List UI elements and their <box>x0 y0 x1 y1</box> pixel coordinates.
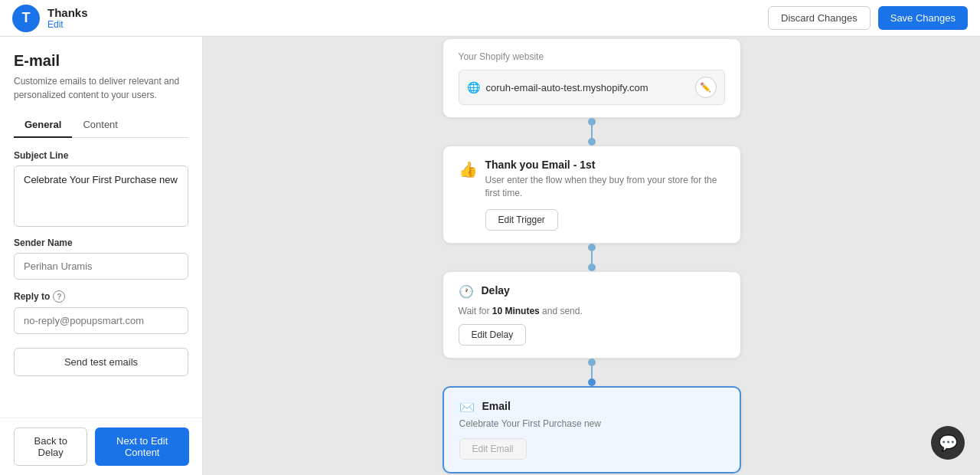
trigger-info: Thank you Email - 1st User enter the flo… <box>485 159 725 231</box>
globe-icon: 🌐 <box>467 81 480 93</box>
connector-line-3 <box>591 366 593 378</box>
connector-dot-bottom-2 <box>588 264 596 271</box>
bottom-bar: Back to Delay Next to Edit Content <box>0 418 203 475</box>
envelope-icon: ✉️ <box>459 400 475 414</box>
connector-line-1 <box>591 126 593 138</box>
next-to-edit-content-button[interactable]: Next to Edit Content <box>95 428 189 466</box>
website-url-row: 🌐 coruh-email-auto-test.myshopify.com ✏️ <box>459 70 725 105</box>
delay-card: 🕐 Delay Wait for 10 Minutes and send. Ed… <box>443 271 741 359</box>
delay-suffix: and send. <box>540 306 583 316</box>
right-panel: Your Shopify website 🌐 coruh-email-auto-… <box>203 37 980 475</box>
panel-description: Customize emails to deliver relevant and… <box>14 74 188 102</box>
delay-title: Delay <box>482 284 510 296</box>
connector-dot-top-2 <box>588 244 596 251</box>
website-url: coruh-email-auto-test.myshopify.com <box>486 82 689 93</box>
delay-desc: Wait for 10 Minutes and send. <box>459 306 725 316</box>
header-left: T Thanks Edit <box>12 5 88 32</box>
flow-container: Your Shopify website 🌐 coruh-email-auto-… <box>443 38 741 473</box>
tab-content[interactable]: Content <box>72 114 129 138</box>
delay-row: 🕐 Delay <box>459 284 725 300</box>
sender-name-label: Sender Name <box>14 238 188 248</box>
edit-email-button: Edit Email <box>459 438 527 460</box>
email-card: ✉️ Email Celebrate Your First Purchase n… <box>443 386 741 473</box>
reply-to-help-icon[interactable]: ? <box>53 290 65 303</box>
clock-icon: 🕐 <box>459 284 474 299</box>
sender-name-input[interactable] <box>14 253 188 280</box>
edit-trigger-button[interactable]: Edit Trigger <box>485 209 558 231</box>
back-to-delay-button[interactable]: Back to Delay <box>14 428 87 466</box>
connector-2 <box>588 244 596 271</box>
app-title: Thanks <box>47 6 88 19</box>
website-card: Your Shopify website 🌐 coruh-email-auto-… <box>443 38 741 118</box>
trigger-row: 👍 Thank you Email - 1st User enter the f… <box>459 159 725 231</box>
header-actions: Discard Changes Save Changes <box>768 6 968 30</box>
discard-changes-button[interactable]: Discard Changes <box>768 6 871 30</box>
save-changes-button[interactable]: Save Changes <box>878 6 968 30</box>
connector-dot-bottom-3 <box>588 378 596 386</box>
edit-delay-button[interactable]: Edit Delay <box>459 324 527 346</box>
connector-dot-bottom-1 <box>588 138 596 146</box>
app-subtitle[interactable]: Edit <box>47 19 88 30</box>
connector-dot-top-1 <box>588 118 596 126</box>
website-label: Your Shopify website <box>459 51 725 62</box>
reply-to-input[interactable] <box>14 307 188 334</box>
tabs: General Content <box>14 114 188 138</box>
email-title: Email <box>482 400 511 412</box>
reply-to-label: Reply to ? <box>14 290 188 303</box>
trigger-title: Thank you Email - 1st <box>485 159 725 171</box>
email-row: ✉️ Email <box>459 400 724 415</box>
connector-1 <box>588 118 596 146</box>
subject-line-input[interactable]: Celebrate Your First Purchase new <box>14 165 188 227</box>
delay-amount: 10 Minutes <box>492 306 540 316</box>
app-logo: T <box>12 5 40 32</box>
delay-prefix: Wait for <box>459 306 492 316</box>
chat-bubble-button[interactable]: 💬 <box>931 426 965 460</box>
connector-line-2 <box>591 251 593 264</box>
connector-dot-top-3 <box>588 359 596 366</box>
tab-general[interactable]: General <box>14 114 72 138</box>
trigger-desc: User enter the flow when they buy from y… <box>485 174 725 200</box>
top-header: T Thanks Edit Discard Changes Save Chang… <box>0 0 980 37</box>
panel-title: E-mail <box>14 52 188 70</box>
left-panel: E-mail Customize emails to deliver relev… <box>0 37 203 475</box>
subject-line-label: Subject Line <box>14 150 188 161</box>
thumbs-up-icon: 👍 <box>459 160 478 179</box>
connector-3 <box>588 359 596 386</box>
email-subtitle: Celebrate Your First Purchase new <box>459 418 724 429</box>
main-content: E-mail Customize emails to deliver relev… <box>0 37 980 475</box>
header-title-group: Thanks Edit <box>47 6 88 30</box>
send-test-button[interactable]: Send test emails <box>14 348 188 376</box>
trigger-card: 👍 Thank you Email - 1st User enter the f… <box>443 146 741 244</box>
website-edit-button[interactable]: ✏️ <box>695 77 717 98</box>
